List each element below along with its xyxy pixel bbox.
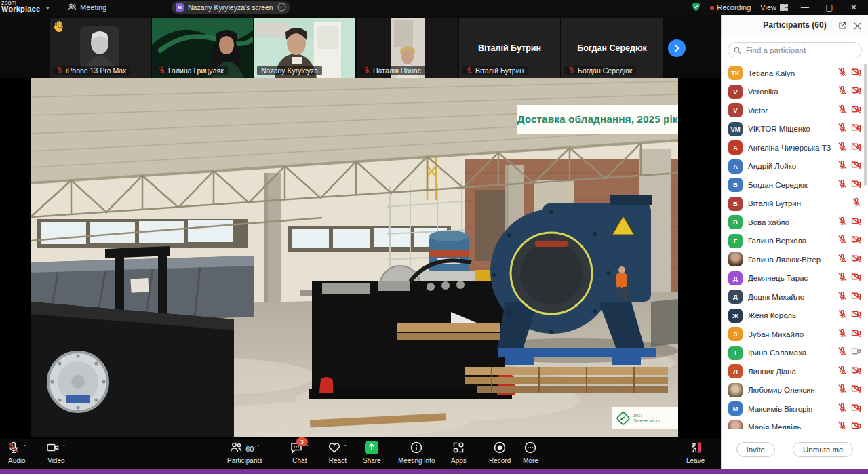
participant-row[interactable]: VVeronika [722,83,868,102]
panel-scrollbar[interactable] [864,64,867,186]
toolbar-label: Share [363,457,381,465]
participant-row[interactable]: ДДемянець Тарас [722,269,868,288]
close-panel-icon[interactable] [854,20,861,33]
avatar: В [728,197,743,211]
popout-icon[interactable] [838,20,846,33]
close-button[interactable]: ✕ [846,3,861,12]
audio-button[interactable]: ⌃Audio [7,441,27,465]
participants-header: Participants (60) [722,15,868,37]
participant-row[interactable]: ВВова хабло [722,213,868,232]
participant-name: Линник Діана [748,368,832,376]
avatar: N [176,3,184,12]
mic-muted-icon [56,66,63,75]
tab-meeting[interactable]: Meeting [68,0,106,15]
chevron-up-icon[interactable]: ⌃ [22,444,27,450]
avatar: І [728,346,743,360]
avatar: М [728,401,743,416]
shared-screen-stage: Доставка обладнання, 2025 рік ЛКП Зелене… [0,78,721,439]
participant-row[interactable]: ББогдан Середюк [722,176,868,195]
avatar: TK [728,66,743,80]
more-icon [524,441,537,457]
avatar: А [728,159,743,174]
participant-row[interactable]: ВВіталій Бутрин [722,195,868,214]
video-off-icon [851,403,861,415]
titlebar: zoom Workplace ▾ Meeting N Nazariy Kyryl… [0,0,868,15]
share-button[interactable]: Share [363,441,381,465]
chat-button[interactable]: 3⌃Chat [290,441,310,465]
video-button[interactable]: ⌃Video [46,441,66,465]
video-thumbnail-strip: iPhone 13 Pro MaxГалина ГрицулякNazariy … [0,15,721,78]
more-button[interactable]: More [523,441,538,465]
avatar: Г [728,234,743,248]
record-button[interactable]: Record [489,441,511,465]
video-thumbnail-6[interactable]: Богдан СередюкБогдан Середюк [561,18,663,78]
avatar [728,420,743,429]
participant-row[interactable]: ААндрій Лойко [722,157,868,176]
participant-row[interactable]: ЛЛинник Діана [722,362,868,381]
mic-muted-icon [159,66,165,75]
encryption-shield-icon[interactable] [692,2,701,13]
avatar: В [728,215,743,229]
participant-list: TKTetiana KalynVVeronikaVVictorVMVIKTOR … [722,64,868,429]
video-thumbnail-1[interactable]: iPhone 13 Pro Max [50,18,151,78]
participant-row[interactable]: ДДоцяк Михайло [722,288,868,307]
participant-row[interactable]: ААнгеліна Чичерська ТЗ -31 [722,138,868,157]
invite-button[interactable]: Invite [736,442,776,457]
participants-button[interactable]: 60⌃Participants [227,441,262,465]
next-page-button[interactable] [668,39,686,57]
mic-muted-icon [837,309,847,321]
avatar: V [728,103,743,117]
minimize-button[interactable]: — [797,3,812,12]
maximize-button[interactable]: ▢ [822,3,837,12]
participant-row[interactable]: ІІрина Саламаха [722,344,868,363]
video-on-icon [851,347,861,359]
participant-name: Марія Медвідь [748,423,832,429]
participant-row[interactable]: Любомир Олексин [722,381,868,400]
heart-icon [328,441,341,457]
zoom-workplace-logo: zoom Workplace [1,0,40,13]
video-thumbnail-3[interactable]: Nazariy Kyryleyza [254,18,355,78]
participant-name: Галина Верхола [748,237,832,245]
participant-row[interactable]: ММаксимів Вікторія [722,399,868,418]
video-thumbnail-5[interactable]: Віталій БутринВіталій Бутрин [459,18,560,78]
participant-search[interactable] [728,42,862,58]
participant-row[interactable]: Марія Медвідь [722,418,868,430]
record-icon [493,441,507,457]
video-off-icon [851,123,861,135]
mic-muted-icon [837,347,847,359]
view-button[interactable]: View [760,3,788,12]
green-city-logo-icon [616,412,630,425]
raised-hand-icon [54,20,64,35]
meeting-info-button[interactable]: Meeting info [398,441,435,465]
video-thumbnail-4[interactable]: Наталія Панас [357,18,458,78]
video-off-icon [851,309,861,321]
leave-button[interactable]: Leave [686,441,705,465]
thumbnail-name-label: Віталій Бутрин [462,66,528,75]
video-off-icon [851,142,861,154]
participant-row[interactable]: Галина Лялюк-Вітер [722,250,868,269]
leave-icon [689,441,703,457]
participant-row[interactable]: ЖЖеня Король [722,307,868,325]
brand-name: Workplace [1,5,40,13]
chevron-up-icon[interactable]: ⌃ [62,444,66,450]
react-button[interactable]: ⌃React [328,441,348,465]
shared-screen-pill[interactable]: N Nazariy Kyryleyza's screen [172,1,290,14]
panel-footer: Invite Unmute me [722,431,868,469]
chevron-up-icon[interactable]: ⌃ [256,444,260,450]
chevron-up-icon[interactable]: ⌃ [343,444,348,450]
toolbar-center-group: 60⌃Participants3⌃Chat⌃ReactShareMeeting … [227,439,551,469]
participant-row[interactable]: ЗЗубач Михайло [722,325,868,344]
participant-row[interactable]: TKTetiana Kalyn [722,64,868,83]
video-thumbnail-2[interactable]: Галина Грицуляк [152,18,253,78]
more-options-icon[interactable] [277,3,286,13]
toolbar-label: Apps [451,457,467,465]
unmute-me-button[interactable]: Unmute me [793,442,853,457]
chevron-down-icon[interactable]: ▾ [46,5,50,12]
participant-row[interactable]: VVictor [722,101,868,120]
participant-row[interactable]: VMVIKTOR Міщенко [722,120,868,139]
video-off-icon [851,421,861,429]
search-input[interactable] [745,45,856,55]
apps-button[interactable]: Apps [451,441,467,465]
participant-name: Галина Лялюк-Вітер [748,256,832,264]
participant-row[interactable]: ГГалина Верхола [722,232,868,251]
